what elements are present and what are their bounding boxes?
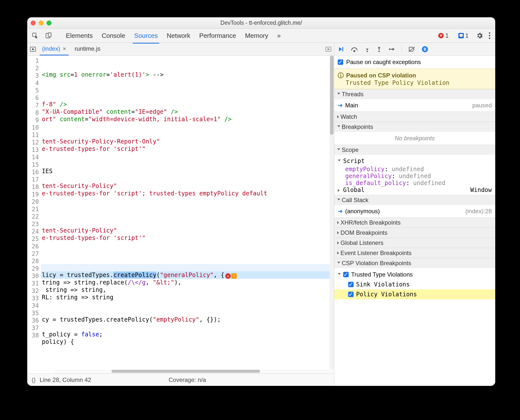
step-out-icon[interactable] [376, 46, 382, 52]
cursor-position: Line 28, Column 42 [40, 376, 91, 383]
checkbox-checked-icon[interactable]: ✓ [348, 292, 354, 297]
watch-section: Watch [334, 112, 495, 122]
breakpoints-header[interactable]: Breakpoints [334, 122, 495, 132]
file-tab-bar: (index) × runtime.js [27, 43, 334, 56]
csp-violation-section: CSP Violation Breakpoints ✓Trusted Type … [334, 258, 495, 301]
tab-network[interactable]: Network [167, 32, 190, 40]
paused-banner: ⓘPaused on CSP violation Trusted Type Po… [334, 69, 495, 89]
dom-breakpoints-header[interactable]: DOM Breakpoints [334, 228, 495, 238]
tab-performance[interactable]: Performance [199, 32, 236, 40]
status-bar: {} Line 28, Column 42 Coverage: n/a [27, 373, 334, 386]
xhr-breakpoints-header[interactable]: XHR/fetch Breakpoints [334, 218, 495, 228]
vertical-scrollbar[interactable] [330, 56, 334, 373]
info-icon: ⓘ [338, 71, 344, 79]
event-listener-breakpoints-header[interactable]: Event Listener Breakpoints [334, 248, 495, 258]
svg-marker-7 [32, 48, 34, 50]
svg-point-12 [354, 50, 355, 52]
code-editor[interactable]: 1234567891011121314151617181920212223242… [27, 56, 334, 373]
tab-overflow[interactable]: » [277, 32, 281, 40]
svg-marker-13 [366, 48, 369, 50]
callstack-header[interactable]: Call Stack [334, 195, 495, 205]
navigator-toggle-icon[interactable] [30, 46, 36, 52]
svg-point-15 [378, 50, 380, 52]
resume-icon[interactable] [338, 46, 344, 52]
inspect-element-icon[interactable] [32, 32, 39, 39]
global-listeners-header[interactable]: Global Listeners [334, 238, 495, 248]
threads-header[interactable]: Threads [334, 89, 495, 99]
csp-violation-header[interactable]: CSP Violation Breakpoints [334, 258, 495, 268]
panel-tabs: Elements Console Sources Network Perform… [66, 32, 281, 40]
window-title: DevTools - tt-enforced.glitch.me/ [27, 20, 495, 26]
svg-point-4 [489, 35, 490, 36]
device-toolbar-icon[interactable] [45, 32, 52, 39]
checkbox-checked-icon[interactable]: ✓ [343, 272, 349, 277]
settings-icon[interactable] [476, 32, 483, 39]
svg-point-3 [489, 32, 490, 34]
pause-caught-exceptions-row[interactable]: ✓ Pause on caught exceptions [334, 56, 495, 69]
run-snippet-icon[interactable] [325, 46, 332, 52]
svg-marker-18 [393, 48, 395, 51]
debugger-pane: ✓ Pause on caught exceptions ⓘPaused on … [334, 43, 495, 386]
trusted-type-violations-row[interactable]: ✓Trusted Type Violations [338, 270, 492, 280]
svg-marker-9 [328, 48, 330, 50]
debugger-toolbar [334, 43, 495, 56]
svg-point-20 [422, 46, 428, 52]
svg-rect-22 [425, 47, 426, 51]
file-tab-runtime[interactable]: runtime.js [72, 43, 103, 55]
titlebar: DevTools - tt-enforced.glitch.me/ [27, 17, 495, 29]
svg-rect-11 [342, 47, 343, 51]
threads-section: Threads ➔Mainpaused [334, 89, 495, 112]
tab-elements[interactable]: Elements [66, 32, 93, 40]
devtools-window: DevTools - tt-enforced.glitch.me/ Elemen… [27, 17, 495, 386]
svg-point-17 [389, 48, 390, 50]
svg-marker-16 [378, 47, 381, 48]
main-toolbar: Elements Console Sources Network Perform… [27, 29, 495, 43]
current-thread-icon: ➔ [338, 102, 343, 109]
message-count[interactable]: 💬1 [456, 32, 471, 40]
code-area[interactable]: <img src=1 onerror='alert(1)'> -->f-8" /… [41, 56, 334, 373]
horizontal-scrollbar[interactable] [54, 369, 334, 373]
tab-memory[interactable]: Memory [245, 32, 268, 40]
svg-point-14 [366, 50, 368, 52]
file-tab-index[interactable]: (index) × [40, 43, 69, 55]
checkbox-checked-icon[interactable]: ✓ [348, 282, 354, 287]
tab-console[interactable]: Console [102, 32, 125, 40]
deactivate-breakpoints-icon[interactable] [408, 46, 415, 52]
sink-violations-row[interactable]: ✓Sink Violations [338, 280, 492, 289]
breakpoints-section: Breakpoints No breakpoints [334, 122, 495, 145]
line-gutter: 1234567891011121314151617181920212223242… [27, 56, 41, 373]
step-into-icon[interactable] [364, 46, 370, 52]
checkbox-checked-icon[interactable]: ✓ [338, 59, 343, 65]
watch-header[interactable]: Watch [334, 112, 495, 122]
kebab-menu-icon[interactable] [488, 32, 491, 39]
coverage-status: Coverage: n/a [169, 376, 330, 383]
svg-rect-21 [424, 47, 425, 51]
callstack-section: Call Stack ➔(anonymous)(index):28 [334, 195, 495, 217]
svg-marker-10 [339, 47, 342, 51]
svg-rect-2 [48, 33, 51, 37]
policy-violations-row[interactable]: ✓Policy Violations [334, 289, 495, 299]
step-over-icon[interactable] [351, 46, 358, 52]
svg-point-5 [489, 38, 490, 39]
tab-sources[interactable]: Sources [134, 32, 158, 40]
scope-section: Scope Script emptyPolicy: undefined gene… [334, 145, 495, 195]
pause-exceptions-icon[interactable] [422, 46, 428, 52]
current-frame-icon: ➔ [338, 208, 343, 215]
editor-pane: (index) × runtime.js 1234567891011121314… [27, 43, 334, 386]
scope-header[interactable]: Scope [334, 145, 495, 155]
close-icon[interactable]: × [63, 45, 66, 52]
step-icon[interactable] [388, 46, 395, 52]
error-count[interactable]: ✕1 [436, 32, 451, 40]
format-icon[interactable]: {} [32, 376, 36, 383]
